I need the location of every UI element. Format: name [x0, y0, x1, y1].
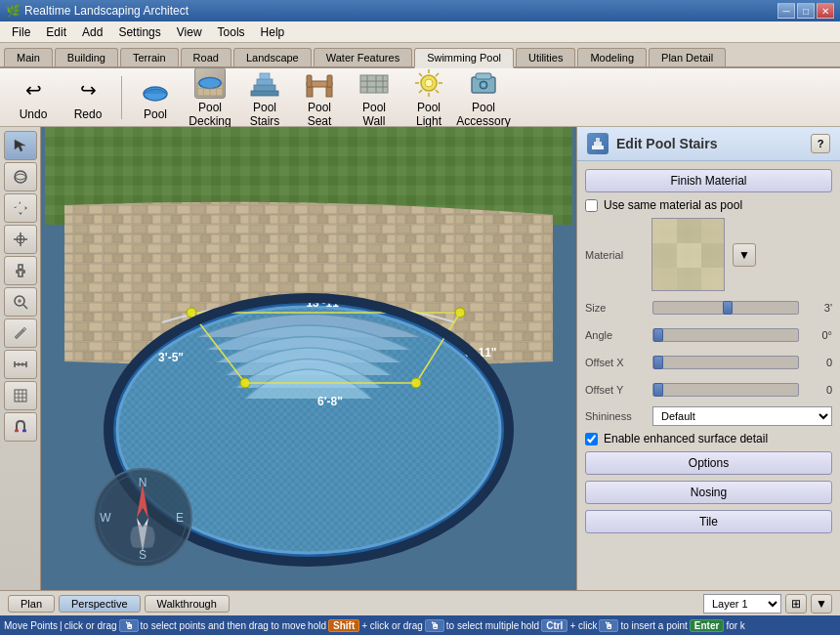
status-seg2: to select points and then drag to move	[141, 620, 307, 631]
tab-plan-detail[interactable]: Plan Detail	[649, 48, 726, 66]
pool-button[interactable]: Pool	[130, 72, 181, 123]
undo-icon: ↩	[18, 74, 49, 106]
status-plus-click2: + click	[569, 620, 597, 631]
svg-text:6'-8": 6'-8"	[317, 395, 343, 408]
menu-help[interactable]: Help	[253, 23, 293, 41]
measure-tool[interactable]	[4, 350, 37, 379]
maximize-button[interactable]: □	[797, 3, 815, 19]
size-slider[interactable]	[652, 301, 799, 315]
offset-y-label: Offset Y	[585, 384, 649, 396]
offset-y-slider-thumb	[653, 383, 663, 397]
tab-road[interactable]: Road	[181, 48, 231, 66]
app-title: Realtime Landscaping Architect	[24, 4, 189, 18]
pan-tool[interactable]	[4, 256, 37, 285]
undo-button[interactable]: ↩ Undo	[8, 72, 59, 123]
pool-accessory-label: PoolAccessory	[456, 101, 510, 128]
tab-landscape[interactable]: Landscape	[233, 48, 312, 66]
pool-stairs-label: PoolStairs	[250, 101, 280, 128]
status-enter-key: Enter	[690, 619, 725, 632]
pool-stairs-button[interactable]: PoolStairs	[239, 72, 290, 123]
canvas-area[interactable]: 13'-11" 5'-11" 3'-5" 6'-8" N S E W	[41, 127, 576, 590]
offset-x-slider[interactable]	[652, 356, 799, 369]
use-same-material-checkbox[interactable]	[585, 199, 598, 212]
layer-icon-btn-2[interactable]: ▼	[811, 594, 832, 614]
pencil-tool[interactable]	[4, 318, 37, 348]
pool-light-icon	[413, 67, 444, 99]
tab-modeling[interactable]: Modeling	[577, 48, 647, 66]
menu-add[interactable]: Add	[74, 23, 110, 41]
walkthrough-view-tab[interactable]: Walkthrough	[145, 595, 230, 613]
shininess-select[interactable]: Default Low Medium High	[652, 406, 832, 426]
svg-rect-8	[254, 85, 275, 91]
orbit-tool[interactable]	[4, 162, 37, 191]
svg-rect-50	[15, 390, 26, 402]
pool-decking-icon	[194, 67, 226, 99]
svg-line-31	[419, 90, 422, 93]
crosshair-tool[interactable]	[4, 225, 37, 254]
material-thumbnail[interactable]	[651, 218, 725, 291]
material-dropdown[interactable]: ▼	[733, 243, 756, 267]
panel-title: Edit Pool Stairs	[616, 136, 803, 151]
pool-light-label: PoolLight	[416, 101, 441, 128]
layer-icon-btn-1[interactable]: ⊞	[785, 594, 807, 614]
perspective-view-tab[interactable]: Perspective	[59, 595, 140, 613]
pool-seat-icon	[304, 67, 335, 99]
close-button[interactable]: ✕	[817, 3, 834, 19]
svg-rect-100	[677, 219, 701, 243]
tile-button[interactable]: Tile	[585, 510, 832, 533]
status-ctrl-key: Ctrl	[541, 619, 567, 632]
angle-slider[interactable]	[652, 328, 799, 342]
offset-x-label: Offset X	[585, 357, 649, 368]
angle-value: 0°	[803, 329, 832, 341]
tab-water-features[interactable]: Water Features	[314, 48, 412, 66]
pool-light-button[interactable]: PoolLight	[403, 72, 454, 123]
svg-rect-107	[701, 268, 725, 291]
finish-material-button[interactable]: Finish Material	[585, 169, 832, 192]
nosing-button[interactable]: Nosing	[585, 481, 832, 504]
size-row: Size 3'	[585, 297, 832, 318]
plan-view-tab[interactable]: Plan	[8, 595, 55, 613]
menu-settings[interactable]: Settings	[110, 23, 168, 41]
status-hold2: hold	[521, 620, 539, 631]
tab-swimming-pool[interactable]: Swimming Pool	[414, 48, 514, 68]
size-slider-thumb	[723, 301, 733, 315]
pool-decking-button[interactable]: PoolDecking	[185, 72, 235, 123]
status-seg1: |	[60, 620, 63, 631]
grid-tool[interactable]	[4, 381, 37, 410]
main-content: 13'-11" 5'-11" 3'-5" 6'-8" N S E W	[0, 127, 840, 590]
svg-rect-103	[677, 243, 701, 268]
minimize-button[interactable]: ─	[777, 3, 795, 19]
pool-accessory-icon	[468, 67, 499, 99]
titlebar: 🌿 Realtime Landscaping Architect ─ □ ✕	[0, 0, 840, 21]
menu-tools[interactable]: Tools	[210, 23, 253, 41]
menu-view[interactable]: View	[169, 23, 210, 41]
pool-wall-button[interactable]: PoolWall	[349, 72, 399, 123]
offset-y-slider[interactable]	[652, 383, 799, 397]
menu-file[interactable]: File	[4, 23, 38, 41]
magnet-tool[interactable]	[4, 412, 37, 442]
tab-building[interactable]: Building	[55, 48, 118, 66]
tab-terrain[interactable]: Terrain	[120, 48, 179, 66]
layer-select[interactable]: Layer 1 Layer 2 Layer 3	[703, 594, 781, 614]
tab-utilities[interactable]: Utilities	[516, 48, 575, 66]
select-tool[interactable]	[4, 131, 37, 160]
move-tool[interactable]	[4, 193, 37, 223]
redo-button[interactable]: ↪ Redo	[63, 72, 113, 123]
pool-accessory-button[interactable]: PoolAccessory	[458, 72, 509, 123]
zoom-tool[interactable]	[4, 287, 37, 317]
enhanced-surface-checkbox[interactable]	[585, 433, 598, 445]
pool-icon	[140, 74, 171, 106]
status-bar: Move Points | click or drag 🖱 to select …	[0, 615, 840, 635]
menu-edit[interactable]: Edit	[38, 23, 74, 41]
app-icon: 🌿	[6, 4, 21, 18]
svg-rect-33	[476, 73, 491, 79]
help-button[interactable]: ?	[811, 134, 830, 153]
pool-seat-button[interactable]: PoolSeat	[294, 72, 345, 123]
svg-rect-7	[251, 91, 278, 96]
status-mouse-icon-2: 🖱	[425, 619, 444, 632]
status-mouse-icon-1: 🖱	[119, 619, 139, 632]
tab-main[interactable]: Main	[4, 48, 53, 66]
svg-point-40	[19, 269, 21, 272]
options-button[interactable]: Options	[585, 451, 832, 475]
menubar: File Edit Add Settings View Tools Help	[0, 21, 840, 43]
